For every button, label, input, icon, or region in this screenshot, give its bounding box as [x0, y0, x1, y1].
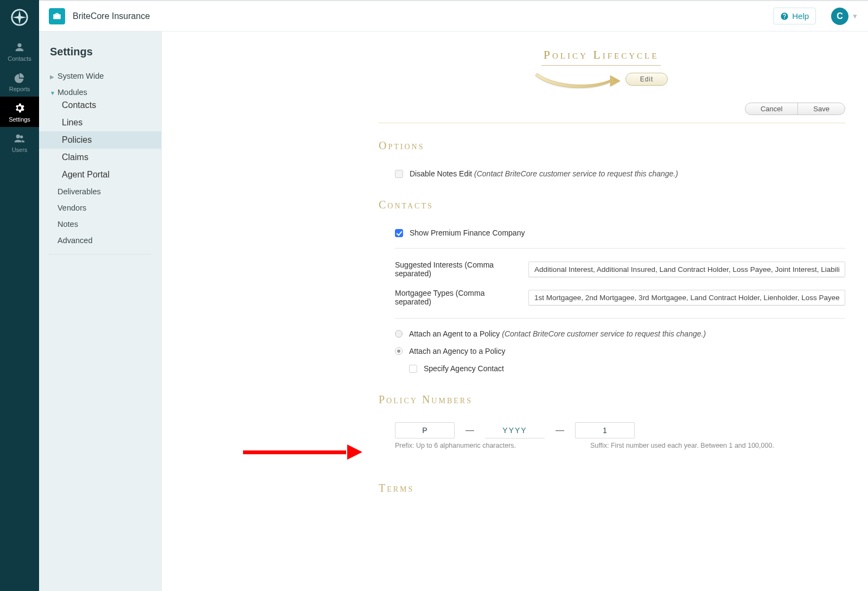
brand-title: BriteCore Insurance [73, 11, 150, 21]
dash-separator: — [465, 425, 474, 435]
policy-lifecycle-header: Policy Lifecycle Edit [357, 48, 845, 90]
policy-suffix-input[interactable] [575, 422, 635, 439]
action-row: CancelSave [379, 103, 845, 115]
show-pfc-checkbox[interactable] [395, 229, 403, 237]
nav-vendors[interactable]: Vendors [39, 200, 161, 216]
prefix-help: Prefix: Up to 6 alphanumeric characters. [395, 442, 590, 449]
rail-reports[interactable]: Reports [0, 66, 39, 97]
chevron-down-icon: ▼ [852, 12, 858, 20]
nav-advanced[interactable]: Advanced [39, 232, 161, 249]
nav-modules-contacts[interactable]: Contacts [39, 97, 161, 114]
rail-label: Contacts [8, 55, 31, 62]
nav-modules-agent-portal[interactable]: Agent Portal [39, 166, 161, 183]
rail-label: Settings [9, 116, 30, 123]
rail-contacts[interactable]: Contacts [0, 36, 39, 66]
disable-notes-label: Disable Notes Edit [410, 169, 472, 178]
nav-modules-lines[interactable]: Lines [39, 114, 161, 131]
section-contacts: Contacts [379, 199, 845, 211]
annotation-arrow-icon [243, 446, 362, 459]
disable-notes-hint: (Contact BriteCore customer service to r… [474, 169, 678, 178]
attach-agency-label: Attach an Agency to a Policy [409, 347, 505, 355]
rail-label: Users [12, 147, 28, 153]
caret-right-icon: ▶ [50, 74, 55, 80]
specify-agency-contact-checkbox[interactable] [409, 365, 417, 373]
brand-logo [8, 5, 31, 29]
nav-notes[interactable]: Notes [39, 216, 161, 232]
suffix-help: Suffix: First number used each year. Bet… [590, 442, 774, 449]
attach-agency-radio[interactable] [395, 347, 403, 355]
rail-users[interactable]: Users [0, 127, 39, 157]
suggested-interests-label: Suggested Interests (Comma separated) [395, 260, 520, 278]
nav-modules-policies[interactable]: Policies [39, 131, 161, 149]
left-rail: Contacts Reports Settings Users [0, 0, 39, 591]
help-button[interactable]: Help [773, 8, 816, 24]
nav-deliverables[interactable]: Deliverables [39, 183, 161, 200]
nav-system-wide[interactable]: ▶System Wide [39, 68, 161, 84]
nav-modules[interactable]: ▼Modules [39, 84, 161, 97]
briefcase-icon [49, 8, 65, 24]
help-icon [780, 12, 789, 21]
show-pfc-label: Show Premium Finance Company [410, 228, 525, 237]
cancel-button[interactable]: Cancel [745, 103, 798, 115]
section-policy-numbers: Policy Numbers [379, 393, 845, 406]
topbar: BriteCore Insurance Help C ▼ [39, 1, 868, 31]
attach-agent-hint: (Contact BriteCore customer service to r… [502, 329, 706, 338]
user-menu[interactable]: C ▼ [831, 8, 858, 25]
mortgagee-types-label: Mortgagee Types (Comma separated) [395, 289, 520, 306]
save-button[interactable]: Save [797, 103, 845, 115]
policy-year-display: YYYY [485, 423, 545, 439]
lifecycle-edit-button[interactable]: Edit [626, 73, 668, 86]
disable-notes-checkbox [395, 170, 403, 178]
specify-agency-contact-label: Specify Agency Contact [424, 364, 504, 373]
section-options: Options [379, 139, 845, 152]
settings-title: Settings [39, 41, 161, 68]
mortgagee-types-input[interactable] [528, 290, 845, 306]
policy-prefix-input[interactable] [395, 422, 455, 439]
settings-nav: Settings ▶System Wide ▼Modules Contacts … [39, 31, 162, 591]
rail-label: Reports [9, 86, 30, 92]
nav-modules-claims[interactable]: Claims [39, 149, 161, 166]
content-area: Policy Lifecycle Edit CancelSave Options [162, 31, 868, 591]
avatar: C [831, 8, 848, 25]
section-terms: Terms [379, 482, 845, 494]
caret-down-icon: ▼ [50, 90, 55, 96]
suggested-interests-input[interactable] [528, 262, 845, 277]
attach-agent-radio [395, 330, 403, 338]
lifecycle-title: Policy Lifecycle [541, 48, 661, 66]
rail-settings[interactable]: Settings [0, 97, 39, 127]
arrow-swoosh-icon [534, 69, 621, 90]
attach-agent-label: Attach an Agent to a Policy [409, 329, 500, 338]
dash-separator: — [556, 425, 564, 435]
